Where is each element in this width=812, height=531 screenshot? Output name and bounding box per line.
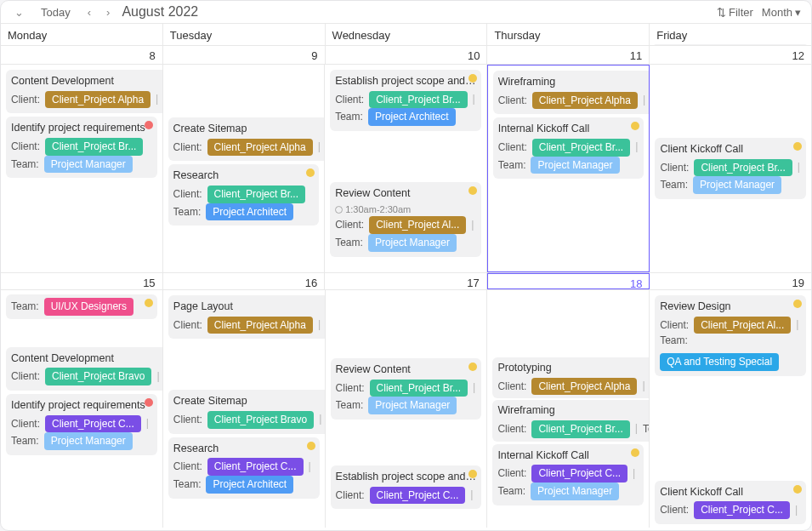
event-prototyping[interactable]: Prototyping Client:Client_Project Alpha|… (492, 357, 650, 398)
cell-mon-8[interactable]: Content Development Client: Client_Proje… (1, 65, 163, 272)
day-16: 16 (305, 277, 317, 289)
event-content-dev[interactable]: Content Development Client:Client_Projec… (6, 347, 163, 391)
status-dot-icon (793, 300, 802, 308)
day-12: 12 (792, 49, 804, 62)
day-8: 8 (150, 49, 156, 62)
cell-thu-11[interactable]: Wireframing Client:Client_Project Alpha|… (487, 65, 650, 272)
cell-wed-10[interactable]: Establish project scope and lin Client:C… (325, 65, 487, 272)
view-switcher[interactable]: Month ▾ (762, 6, 801, 19)
status-dot-icon (631, 448, 639, 457)
event-wireframing[interactable]: Wireframing Client:Client_Project Br...|… (492, 400, 650, 441)
collapse-icon[interactable]: ⌄ (11, 4, 27, 20)
week-row-2: Team:UI/UX Designers Content Development… (1, 289, 811, 528)
overflow-event-fri[interactable]: Team: Project Manager (653, 44, 808, 45)
status-dot-icon (793, 485, 802, 494)
weekday-thu: Thursday (487, 24, 650, 45)
event-identify-req[interactable]: Identify project requirements Client:Cli… (6, 394, 157, 455)
event-sitemap[interactable]: Create Sitemap Client:Client_Project Bra… (168, 390, 326, 433)
status-dot-icon (145, 398, 153, 407)
clock-icon (335, 206, 343, 214)
cell-tue-16[interactable]: Page Layout Client:Client_Project Alpha|… (163, 290, 326, 528)
daynum-strip-2: 15 16 17 18 19 (1, 272, 811, 289)
calendar-grid: Monday Tuesday Wednesday Thursday Friday… (1, 23, 811, 530)
event-kickoff-client[interactable]: Client Kickoff Call Client:Client_Projec… (655, 481, 806, 524)
status-dot-icon (145, 299, 153, 307)
cell-thu-18[interactable]: Prototyping Client:Client_Project Alpha|… (487, 290, 650, 528)
weekday-fri: Friday Team: Project Manager (650, 24, 811, 45)
day-19: 19 (792, 277, 804, 289)
prev-month-icon[interactable]: ‹ (84, 4, 94, 20)
status-dot-icon (307, 442, 315, 450)
daynum-strip-1: 8 9 10 11 12 (1, 45, 811, 64)
event-wireframing[interactable]: Wireframing Client:Client_Project Alpha|… (493, 71, 650, 114)
toolbar: ⌄ Today ‹ › August 2022 ⇅ Filter Month ▾ (1, 1, 811, 23)
event-review-content[interactable]: Review Content 1:30am-2:30am Client:Clie… (330, 182, 481, 256)
cell-fri-12[interactable]: Client Kickoff Call Client:Client_Projec… (650, 65, 811, 272)
cell-wed-17[interactable]: Review Content Client:Client_Project Br.… (326, 290, 488, 528)
event-research[interactable]: Research Client:Client_Project Br... Tea… (168, 164, 320, 226)
cell-fri-19[interactable]: Review Design Client:Client_Project Al..… (650, 290, 811, 528)
weekday-header: Monday Tuesday Wednesday Thursday Friday… (1, 23, 811, 45)
week-row-1: Content Development Client: Client_Proje… (1, 64, 811, 272)
event-research[interactable]: Research Client:Client_Project C...| Tea… (168, 437, 320, 499)
next-month-icon[interactable]: › (103, 4, 113, 20)
weekday-tue: Tuesday (163, 24, 326, 45)
event-overflow[interactable]: Team:UI/UX Designers (6, 294, 157, 319)
event-page-layout[interactable]: Page Layout Client:Client_Project Alpha|… (168, 295, 326, 339)
calendar-app: ⌄ Today ‹ › August 2022 ⇅ Filter Month ▾… (0, 0, 812, 531)
status-dot-icon (793, 142, 802, 151)
weekday-mon: Monday (1, 24, 163, 45)
today-button[interactable]: Today (36, 4, 76, 20)
month-title: August 2022 (122, 4, 198, 20)
status-dot-icon (468, 186, 477, 195)
client-tag: Client_Project Alpha (45, 91, 150, 109)
event-review-content[interactable]: Review Content Client:Client_Project Br.… (331, 358, 482, 420)
event-kickoff-internal[interactable]: Internal Kickoff Call Client:Client_Proj… (492, 444, 644, 505)
filter-button[interactable]: ⇅ Filter (717, 6, 753, 19)
weekday-wed: Wednesday (326, 24, 488, 45)
day-17: 17 (467, 277, 479, 289)
event-review-design[interactable]: Review Design Client:Client_Project Al..… (655, 295, 806, 376)
status-dot-icon (468, 74, 477, 83)
day-18: 18 (630, 277, 642, 289)
cell-tue-9[interactable]: Create Sitemap Client:Client_Project Alp… (163, 65, 326, 272)
event-kickoff-internal[interactable]: Internal Kickoff Call Client:Client_Proj… (493, 117, 644, 179)
event-sitemap[interactable]: Create Sitemap Client:Client_Project Alp… (168, 117, 326, 161)
day-11: 11 (630, 49, 642, 62)
event-scope[interactable]: Establish project scope and lin Client:C… (331, 465, 482, 509)
event-kickoff-client[interactable]: Client Kickoff Call Client:Client_Projec… (655, 138, 806, 199)
status-dot-icon (145, 121, 153, 129)
day-10: 10 (468, 49, 480, 62)
event-identify-req[interactable]: Identify project requirements Client:Cli… (6, 117, 157, 178)
cell-mon-15[interactable]: Team:UI/UX Designers Content Development… (1, 290, 163, 528)
event-content-dev[interactable]: Content Development Client: Client_Proje… (6, 70, 163, 113)
event-scope[interactable]: Establish project scope and lin Client:C… (330, 70, 481, 131)
day-15: 15 (143, 277, 155, 289)
day-9: 9 (311, 49, 317, 62)
